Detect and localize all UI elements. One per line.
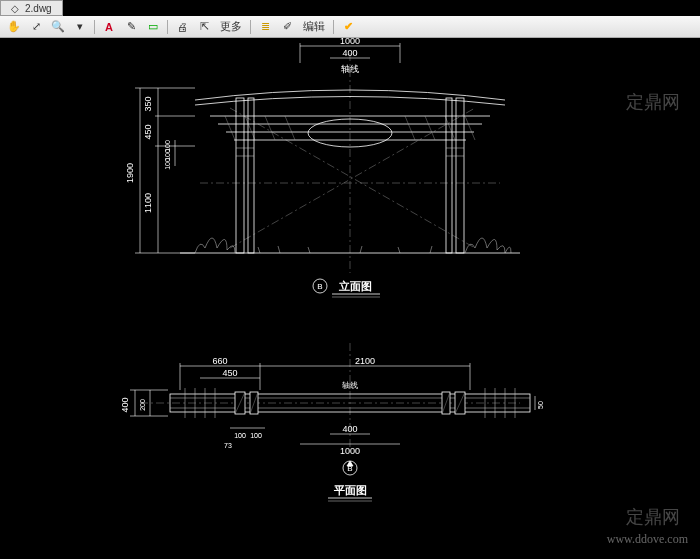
zoom-window-icon[interactable]: 🔍	[48, 18, 68, 36]
svg-line-8	[225, 116, 235, 140]
tab-title: 2.dwg	[25, 3, 52, 14]
separator	[333, 20, 334, 34]
dim-plan-top-a: 660	[212, 356, 227, 366]
drawing-canvas[interactable]: 1000 400 轴线 1900 350 450 1100 100 100 10…	[0, 38, 700, 559]
cad-drawing: 1000 400 轴线 1900 350 450 1100 100 100 10…	[0, 38, 700, 559]
svg-line-28	[308, 247, 310, 253]
separator	[94, 20, 95, 34]
check-icon[interactable]: ✔	[338, 18, 358, 36]
edit-button[interactable]: 编辑	[299, 19, 329, 34]
svg-rect-20	[456, 98, 464, 253]
dim-plan-left-sub: 200	[139, 399, 146, 411]
svg-line-13	[425, 116, 435, 140]
axis-label-elev: 轴线	[341, 64, 359, 74]
toolbar: ✋ ⤢ 🔍 ▾ A ✎ ▭ 🖨 ⇱ 更多 ≣ ✐ 编辑 ✔	[0, 16, 700, 38]
dim-plan-bot-a: 100	[234, 432, 246, 439]
plan-title: 平面图	[333, 484, 367, 496]
svg-line-2	[230, 108, 475, 248]
svg-line-27	[278, 246, 280, 253]
svg-line-31	[430, 246, 432, 253]
tab-indicator: ◇	[11, 3, 19, 14]
pencil-icon[interactable]: ✎	[121, 18, 141, 36]
layers-icon[interactable]: ≣	[255, 18, 275, 36]
svg-line-15	[465, 116, 475, 140]
dim-top-total: 1000	[340, 38, 360, 46]
dim-plan-bot-c: 73	[224, 442, 232, 449]
edit-pencil-icon[interactable]: ✐	[277, 18, 297, 36]
dim-left-c: 1100	[143, 193, 153, 213]
svg-line-29	[360, 246, 362, 253]
highlight-icon[interactable]: ▭	[143, 18, 163, 36]
dim-left-b: 450	[143, 124, 153, 139]
zoom-dropdown-icon[interactable]: ▾	[70, 18, 90, 36]
separator	[250, 20, 251, 34]
dim-small3: 100	[164, 158, 171, 170]
svg-line-12	[405, 116, 415, 140]
export-icon[interactable]: ⇱	[194, 18, 214, 36]
print-icon[interactable]: 🖨	[172, 18, 192, 36]
svg-line-3	[230, 108, 475, 248]
svg-line-14	[445, 116, 455, 140]
axis-label-plan: 轴线	[342, 381, 358, 390]
elev-marker: B	[317, 282, 322, 291]
dim-left-total: 1900	[125, 163, 135, 183]
dim-plan-top-b: 450	[222, 368, 237, 378]
zoom-extents-icon[interactable]: ⤢	[26, 18, 46, 36]
more-button[interactable]: 更多	[216, 19, 246, 34]
svg-line-11	[285, 116, 295, 140]
dim-left-a: 350	[143, 96, 153, 111]
svg-rect-18	[248, 98, 254, 253]
svg-line-26	[258, 247, 260, 253]
hand-pan-icon[interactable]: ✋	[4, 18, 24, 36]
svg-rect-17	[236, 98, 244, 253]
dim-plan-left: 400	[120, 397, 130, 412]
annotate-a-icon[interactable]: A	[99, 18, 119, 36]
dim-plan-top-total: 2100	[355, 356, 375, 366]
separator	[167, 20, 168, 34]
dim-plan-right: 50	[537, 401, 544, 409]
dim-plan-bot-b: 100	[250, 432, 262, 439]
dim-plan-bot-total: 1000	[340, 446, 360, 456]
elev-title: 立面图	[338, 280, 372, 292]
document-tab[interactable]: ◇ 2.dwg	[0, 0, 63, 16]
dim-top-sub: 400	[342, 48, 357, 58]
svg-rect-19	[446, 98, 452, 253]
svg-line-30	[398, 247, 400, 253]
dim-plan-bot-sub: 400	[342, 424, 357, 434]
svg-line-10	[265, 116, 275, 140]
